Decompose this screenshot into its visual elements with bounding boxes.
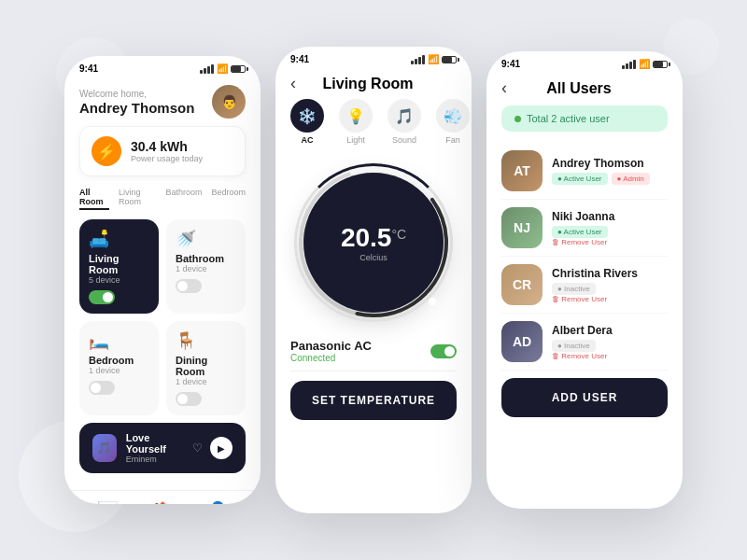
- users-header: ‹ All Users: [486, 73, 683, 105]
- rooms-grid: 🛋️ Living Room 5 device 🚿 Bathroom 1 dev…: [79, 219, 246, 415]
- bedroom-devices: 1 device: [89, 366, 149, 375]
- dining-room-name: Dining Room: [176, 355, 236, 377]
- signal-icon-3: [622, 60, 636, 69]
- tab-all-room[interactable]: All Room: [79, 188, 109, 210]
- fan-icon: 💨: [436, 99, 470, 133]
- wifi-icon: 📶: [217, 63, 228, 74]
- active-badge-text: Total 2 active user: [527, 113, 610, 124]
- ac-info: Panasonic AC Connected: [290, 339, 372, 363]
- power-label: Power usage today: [131, 154, 203, 163]
- user-tags-christina: ● Inactive: [552, 283, 638, 295]
- analytics-nav[interactable]: 📊: [97, 500, 118, 504]
- user-info-christina: Christina Rivers ● Inactive 🗑 Remove Use…: [552, 267, 638, 303]
- wifi-icon-3: 📶: [639, 59, 650, 69]
- status-bar-1: 9:41 📶: [64, 56, 261, 77]
- user-tags-andrey: ● Active User ● Admin: [552, 173, 650, 185]
- power-icon: ⚡: [92, 136, 121, 166]
- profile-nav[interactable]: 👤: [207, 500, 228, 504]
- music-info: Love Yourself Eminem: [126, 432, 183, 464]
- remove-user-niki[interactable]: 🗑 Remove User: [552, 238, 614, 246]
- user-name-albert: Albert Dera: [552, 324, 613, 337]
- active-tag-niki: ● Active User: [552, 226, 608, 238]
- music-bar: 🎵 Love Yourself Eminem ♡ ▶: [79, 423, 246, 473]
- active-tag: ● Active User: [552, 173, 608, 185]
- bottom-nav: 📊 🏠 👤: [64, 490, 261, 504]
- user-avatar-albert: AD: [501, 321, 543, 362]
- home-content: ⚡ 30.4 kWh Power usage today All Room Li…: [64, 126, 261, 484]
- user-tags-albert: ● Inactive: [552, 340, 613, 352]
- tab-bathroom[interactable]: Bathroom: [165, 188, 202, 210]
- room-tabs: All Room Living Room Bathroom Bedroom: [79, 188, 246, 210]
- living-room-devices: 5 device: [89, 275, 149, 285]
- home-header: Welcome home, Andrey Thomson 👨: [64, 77, 261, 126]
- device-tab-light[interactable]: 💡 Light: [339, 99, 373, 145]
- signal-icon-2: [411, 55, 425, 64]
- tab-bedroom[interactable]: Bedroom: [211, 188, 246, 210]
- thermostat-display[interactable]: 20.5 °C Celcius: [303, 173, 444, 313]
- avatar: 👨: [212, 85, 246, 119]
- living-room-screen: 9:41 📶 ‹ Living Room ❄️ AC: [275, 47, 472, 513]
- active-users-badge: Total 2 active user: [501, 105, 668, 132]
- temp-display: 20.5 °C: [341, 223, 406, 253]
- bedroom-icon: 🛏️: [89, 330, 149, 351]
- room-card-dining[interactable]: 🪑 Dining Room 1 device: [166, 321, 246, 415]
- status-icons-3: 📶: [622, 59, 668, 69]
- time-3: 9:41: [501, 59, 520, 69]
- temp-dot: [429, 298, 436, 305]
- remove-user-christina[interactable]: 🗑 Remove User: [552, 295, 638, 303]
- users-title: All Users: [507, 80, 651, 97]
- sound-icon: 🎵: [388, 99, 421, 133]
- music-avatar: 🎵: [92, 434, 117, 462]
- living-room-title: Living Room: [296, 76, 440, 92]
- user-name-christina: Christina Rivers: [552, 267, 638, 280]
- user-avatar-niki: NJ: [501, 207, 543, 248]
- wifi-icon-2: 📶: [428, 54, 439, 64]
- user-info-niki: Niki Joanna ● Active User 🗑 Remove User: [552, 210, 614, 246]
- battery-icon-2: [442, 56, 457, 63]
- ac-label: AC: [302, 135, 314, 145]
- signal-icon: [200, 64, 214, 74]
- light-label: Light: [346, 135, 365, 145]
- ac-row: Panasonic AC Connected: [290, 331, 457, 371]
- set-temperature-button[interactable]: SET TEMPERATURE: [290, 381, 457, 420]
- room-card-bedroom[interactable]: 🛏️ Bedroom 1 device: [79, 321, 159, 415]
- thermostat-wrapper: 20.5 °C Celcius: [294, 163, 453, 322]
- thermostat-container: 20.5 °C Celcius: [275, 163, 472, 322]
- add-user-button[interactable]: ADD USER: [501, 378, 668, 417]
- device-tab-sound[interactable]: 🎵 Sound: [388, 99, 421, 145]
- dining-icon: 🪑: [176, 330, 236, 351]
- ac-control-section: Panasonic AC Connected SET TEMPERATURE: [275, 331, 472, 435]
- home-nav[interactable]: 🏠: [152, 500, 173, 504]
- room-card-bathroom[interactable]: 🚿 Bathroom 1 device: [166, 219, 246, 314]
- time-2: 9:41: [290, 54, 309, 64]
- user-item-christina: CR Christina Rivers ● Inactive 🗑 Remove …: [501, 257, 668, 314]
- user-name-niki: Niki Joanna: [552, 210, 614, 223]
- tab-living-room[interactable]: Living Room: [119, 188, 156, 210]
- device-tab-fan[interactable]: 💨 Fan: [436, 99, 470, 145]
- temp-value: 20.5: [341, 223, 392, 253]
- bathroom-toggle[interactable]: [176, 279, 202, 293]
- heart-icon[interactable]: ♡: [192, 441, 203, 455]
- inactive-tag-christina: ● Inactive: [552, 283, 596, 295]
- users-screen: 9:41 📶 ‹ All Users Total 2 active user: [486, 51, 683, 509]
- living-room-toggle[interactable]: [89, 290, 115, 304]
- user-greeting: Welcome home, Andrey Thomson: [79, 89, 194, 116]
- ac-name: Panasonic AC: [290, 339, 372, 353]
- music-controls: ♡ ▶: [192, 437, 233, 459]
- sound-label: Sound: [392, 135, 416, 145]
- user-info-andrey: Andrey Thomson ● Active User ● Admin: [552, 157, 650, 185]
- device-tabs: ❄️ AC 💡 Light 🎵 Sound 💨 Fan: [275, 99, 472, 154]
- living-room-nav: ‹ Living Room: [275, 68, 472, 99]
- ac-toggle[interactable]: [430, 344, 457, 358]
- room-card-living[interactable]: 🛋️ Living Room 5 device: [79, 219, 159, 314]
- dining-toggle[interactable]: [176, 392, 202, 406]
- status-icons-1: 📶: [200, 63, 246, 74]
- living-room-icon: 🛋️: [89, 229, 149, 249]
- bedroom-toggle[interactable]: [89, 381, 115, 395]
- battery-icon: [231, 65, 246, 73]
- time-1: 9:41: [79, 63, 98, 74]
- living-room-name: Living Room: [89, 253, 149, 275]
- play-button[interactable]: ▶: [210, 437, 233, 459]
- device-tab-ac[interactable]: ❄️ AC: [290, 99, 324, 145]
- remove-user-albert[interactable]: 🗑 Remove User: [552, 352, 613, 360]
